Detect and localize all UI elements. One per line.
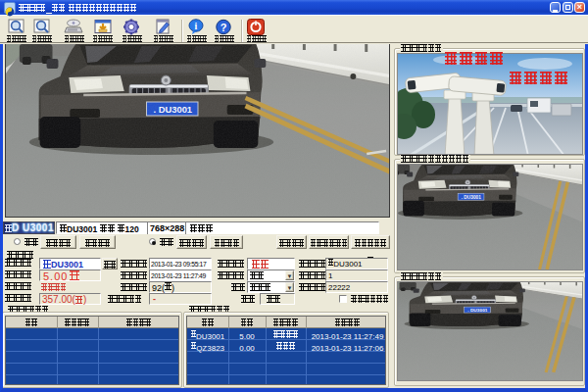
svg-text:?: ? [220,22,227,33]
svg-text:i: i [195,21,198,31]
